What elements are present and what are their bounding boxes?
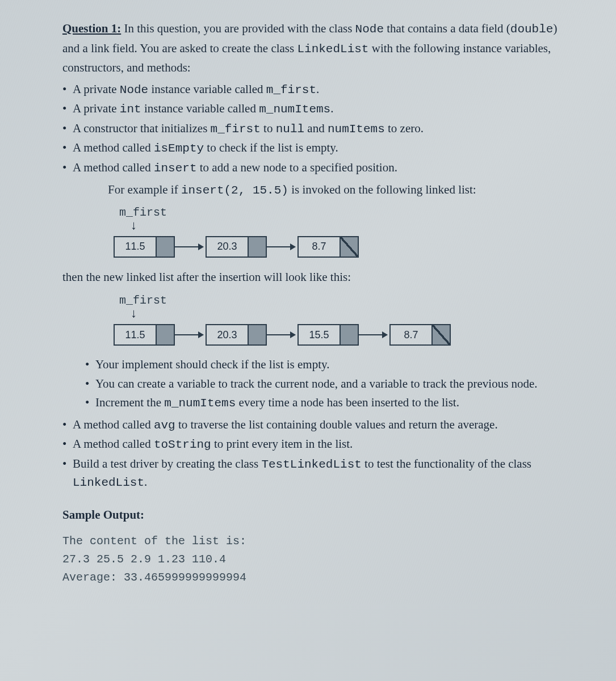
code-double: double (510, 23, 554, 36)
linked-list-before: 11.5 20.3 8.7 (114, 236, 571, 258)
text: For example if (108, 183, 181, 196)
node: 20.3 (206, 236, 267, 258)
node: 15.5 (297, 324, 359, 346)
text: every time a node has been inserted to t… (236, 396, 459, 409)
text: A method called (73, 437, 154, 451)
bullet-1: A private Node instance variable called … (62, 81, 571, 99)
text: is invoked on the following linked list: (288, 183, 476, 196)
code: avg (154, 419, 175, 432)
text: . (330, 102, 333, 115)
node-data: 15.5 (299, 325, 340, 344)
sub-bullets: Your implement should check if the list … (85, 356, 571, 413)
code-node: Node (355, 23, 384, 36)
code: m_numItems (259, 103, 330, 116)
text: to zero. (385, 121, 424, 135)
down-arrow-icon: ↓ (131, 307, 571, 320)
code: m_numItems (164, 397, 236, 410)
code: toString (154, 438, 211, 451)
code: numItems (328, 123, 385, 136)
code: TestLinkedList (261, 458, 361, 471)
text: instance variable called (141, 102, 259, 115)
bullet-6: A method called avg to traverse the list… (62, 416, 571, 435)
example-line: For example if insert(2, 15.5) is invoke… (108, 180, 571, 200)
bullet-7: A method called toString to print every … (62, 435, 571, 454)
code-linkedlist: LinkedList (297, 43, 368, 56)
node-pointer (156, 325, 174, 344)
linked-list-after: 11.5 20.3 15.5 8.7 (114, 324, 571, 346)
document-page: Question 1: In this question, you are pr… (0, 0, 616, 604)
node-pointer (248, 325, 266, 344)
arrow-icon (175, 246, 203, 247)
text: . (316, 82, 319, 96)
text: to print every item in the list. (211, 437, 353, 451)
node: 8.7 (297, 236, 359, 258)
code: LinkedList (73, 476, 144, 489)
bullet-3: A constructor that initializes m_first t… (62, 120, 571, 138)
sub-bullet-3: Increment the m_numItems every time a no… (85, 394, 571, 413)
bullet-5: A method called insert to add a new node… (62, 159, 571, 178)
node-data: 11.5 (115, 237, 156, 257)
text: instance variable called (148, 82, 266, 96)
node: 11.5 (114, 236, 175, 258)
node-data: 8.7 (391, 325, 431, 344)
output-line-3: Average: 33.465999999999994 (62, 569, 571, 587)
text: A private (73, 82, 120, 96)
node-null-pointer (340, 237, 358, 257)
output-line-2: 27.3 25.5 2.9 1.23 110.4 (62, 550, 571, 569)
arrow-icon (359, 334, 387, 335)
text: A private (73, 102, 120, 115)
code: m_first (211, 123, 261, 136)
text: In this question, you are provided with … (121, 22, 355, 35)
sub-bullet-2: You can create a variable to track the c… (85, 375, 571, 393)
arrow-icon (175, 334, 203, 335)
bullet-8: Build a test driver by creating the clas… (62, 455, 571, 492)
question-intro: Question 1: In this question, you are pr… (62, 19, 571, 77)
bullet-2: A private int instance variable called m… (62, 100, 571, 119)
node: 20.3 (206, 324, 267, 346)
text: and (304, 121, 328, 135)
text: that contains a data field ( (384, 22, 510, 35)
node-null-pointer (431, 325, 450, 344)
m-first-label-1: m_first (119, 206, 571, 219)
node-data: 20.3 (207, 237, 248, 257)
text: A constructor that initializes (73, 121, 211, 135)
sample-output-block: The content of the list is: 27.3 25.5 2.… (62, 532, 571, 587)
sample-output-heading: Sample Output: (62, 508, 571, 522)
node-data: 11.5 (115, 325, 156, 344)
code: null (276, 123, 304, 136)
node-pointer (340, 325, 358, 344)
requirements-list: A private Node instance variable called … (62, 81, 571, 178)
down-arrow-icon: ↓ (131, 219, 571, 232)
node: 8.7 (389, 324, 451, 346)
text: Build a test driver by creating the clas… (73, 457, 261, 470)
code: insert (154, 162, 197, 175)
node: 11.5 (114, 324, 175, 346)
text: to traverse the list containing double v… (175, 418, 498, 431)
node-data: 8.7 (299, 237, 340, 257)
node-pointer (156, 237, 174, 257)
after-insertion-text: then the new linked list after the inser… (62, 268, 571, 287)
arrow-icon (267, 246, 295, 247)
sub-bullet-1: Your implement should check if the list … (85, 356, 571, 374)
question-title: Question 1: (62, 22, 121, 35)
code: isEmpty (154, 142, 204, 155)
bullet-4: A method called isEmpty to check if the … (62, 139, 571, 158)
arrow-icon (267, 334, 295, 335)
text: to add a new node to a specified positio… (197, 161, 397, 174)
text: A method called (73, 418, 154, 431)
text: Increment the (95, 396, 164, 409)
text: . (144, 475, 147, 489)
code: int (120, 103, 141, 116)
node-pointer (248, 237, 266, 257)
text: to check if the list is empty. (204, 141, 338, 154)
text: A method called (73, 141, 154, 154)
code: Node (120, 83, 148, 96)
code: insert(2, 15.5) (181, 184, 288, 197)
m-first-label-2: m_first (119, 294, 571, 307)
text: to (261, 121, 276, 135)
text: to test the functionality of the class (362, 457, 531, 470)
node-data: 20.3 (207, 325, 248, 344)
output-line-1: The content of the list is: (62, 532, 571, 550)
code: m_first (266, 83, 316, 96)
requirements-list-2: A method called avg to traverse the list… (62, 416, 571, 492)
